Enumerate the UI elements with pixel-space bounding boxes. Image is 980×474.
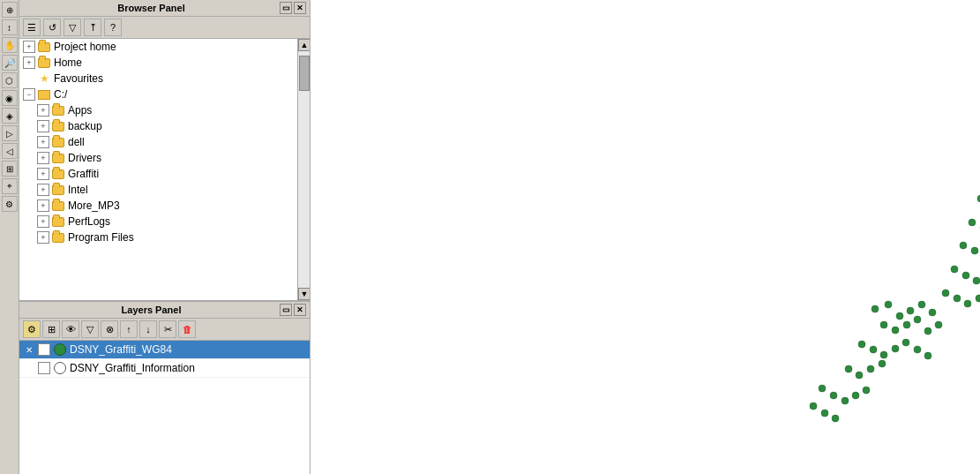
tool-icon-9[interactable]: ◁ bbox=[2, 143, 18, 159]
left-toolbar: ⊕ ↕ ✋ 🔎 ⬡ ◉ ◈ ▷ ◁ ⊞ ⌖ ⚙ bbox=[0, 0, 19, 474]
tree-item-more-mp3[interactable]: + More_MP3 bbox=[19, 198, 297, 214]
map-area[interactable] bbox=[310, 0, 980, 474]
expander-dell[interactable]: + bbox=[37, 136, 49, 148]
layers-up-btn[interactable]: ↑ bbox=[120, 320, 138, 338]
layer-item-dsny-wg84[interactable]: ✕ DSNY_Graffiti_WG84 bbox=[19, 341, 310, 359]
expander-project-home[interactable]: + bbox=[23, 41, 35, 53]
browser-refresh-btn[interactable]: ↺ bbox=[43, 19, 61, 36]
svg-point-219 bbox=[914, 316, 921, 323]
layers-settings-btn[interactable]: ⚙ bbox=[23, 320, 41, 338]
tool-icon-3[interactable]: ✋ bbox=[2, 37, 18, 53]
label-dell: dell bbox=[68, 136, 85, 148]
svg-point-222 bbox=[858, 341, 865, 348]
tool-icon-1[interactable]: ⊕ bbox=[2, 2, 18, 18]
expander-program-files[interactable]: + bbox=[37, 231, 49, 244]
scroll-up-btn[interactable]: ▲ bbox=[298, 39, 310, 51]
folder-icon-dell bbox=[51, 135, 65, 149]
tree-item-drivers[interactable]: + Drivers bbox=[19, 150, 297, 166]
layers-panel-restore[interactable]: ▭ bbox=[280, 304, 292, 316]
star-icon-favourites: ★ bbox=[37, 71, 51, 86]
tool-icon-10[interactable]: ⊞ bbox=[2, 161, 18, 177]
tool-icon-5[interactable]: ⬡ bbox=[2, 72, 18, 88]
expander-more-mp3[interactable]: + bbox=[37, 199, 49, 212]
layer-checkbox-dsny-wg84[interactable] bbox=[38, 343, 50, 356]
folder-icon-home bbox=[37, 56, 51, 70]
layers-panel-title: Layers Panel bbox=[23, 305, 280, 315]
expander-favourites bbox=[23, 72, 35, 85]
tree-item-intel[interactable]: + Intel bbox=[19, 182, 297, 198]
svg-point-241 bbox=[852, 392, 859, 399]
svg-point-199 bbox=[962, 272, 969, 279]
layers-remove-btn[interactable]: ✂ bbox=[159, 320, 176, 338]
scroll-down-btn[interactable]: ▼ bbox=[298, 288, 310, 300]
browser-panel-content: + Project home + Home ★ Favourites bbox=[19, 39, 310, 300]
browser-panel-header: Browser Panel ▭ ✕ bbox=[19, 0, 310, 17]
svg-point-168 bbox=[969, 219, 976, 226]
tree-item-program-files[interactable]: + Program Files bbox=[19, 229, 297, 245]
layers-visibility-btn[interactable]: 👁 bbox=[62, 320, 79, 338]
layers-panel-header: Layers Panel ▭ ✕ bbox=[19, 302, 310, 319]
svg-point-211 bbox=[885, 301, 892, 308]
tree-item-dell[interactable]: + dell bbox=[19, 134, 297, 150]
browser-add-btn[interactable]: ☰ bbox=[23, 19, 41, 36]
tree-item-graffiti[interactable]: + Graffiti bbox=[19, 166, 297, 182]
svg-point-256 bbox=[856, 372, 863, 379]
browser-help-btn[interactable]: ? bbox=[104, 19, 122, 36]
tree-item-favourites[interactable]: ★ Favourites bbox=[19, 71, 297, 87]
expander-home[interactable]: + bbox=[23, 56, 35, 69]
tree-item-home[interactable]: + Home bbox=[19, 55, 297, 71]
browser-tree[interactable]: + Project home + Home ★ Favourites bbox=[19, 39, 297, 300]
expander-drivers[interactable]: + bbox=[37, 152, 49, 164]
browser-collapse-btn[interactable]: ⤒ bbox=[84, 19, 101, 36]
expander-apps[interactable]: + bbox=[37, 104, 49, 117]
scroll-thumb[interactable] bbox=[299, 56, 310, 91]
tool-icon-7[interactable]: ◈ bbox=[2, 108, 18, 124]
panels-container: Browser Panel ▭ ✕ ☰ ↺ ▽ ⤒ ? + Project ho… bbox=[19, 0, 310, 474]
tool-icon-11[interactable]: ⌖ bbox=[2, 178, 18, 194]
tree-item-backup[interactable]: + backup bbox=[19, 118, 297, 134]
layer-close-dsny-wg84[interactable]: ✕ bbox=[23, 343, 35, 356]
svg-point-244 bbox=[821, 410, 828, 417]
layers-panel-close[interactable]: ✕ bbox=[294, 304, 306, 316]
layers-add-group-btn[interactable]: ⊞ bbox=[42, 320, 60, 338]
expander-backup[interactable]: + bbox=[37, 120, 49, 132]
label-favourites: Favourites bbox=[54, 72, 103, 85]
layers-down-btn[interactable]: ↓ bbox=[139, 320, 157, 338]
tree-item-perflogs[interactable]: + PerfLogs bbox=[19, 214, 297, 229]
layer-close-dsny-info[interactable] bbox=[23, 362, 35, 374]
label-program-files: Program Files bbox=[68, 231, 134, 244]
expander-intel[interactable]: + bbox=[37, 184, 49, 196]
scroll-track[interactable] bbox=[298, 51, 310, 288]
browser-filter-btn[interactable]: ▽ bbox=[64, 19, 81, 36]
label-drivers: Drivers bbox=[68, 152, 101, 164]
browser-panel-restore[interactable]: ▭ bbox=[280, 2, 292, 14]
map-canvas bbox=[310, 0, 980, 474]
folder-icon-intel bbox=[51, 183, 65, 197]
tool-icon-8[interactable]: ▷ bbox=[2, 125, 18, 141]
layers-filter-btn[interactable]: ▽ bbox=[81, 320, 99, 338]
tool-icon-12[interactable]: ⚙ bbox=[2, 196, 18, 212]
svg-point-228 bbox=[924, 352, 931, 359]
svg-point-224 bbox=[880, 351, 887, 358]
svg-point-225 bbox=[892, 345, 899, 352]
browser-panel-close[interactable]: ✕ bbox=[294, 2, 306, 14]
expander-graffiti[interactable]: + bbox=[37, 168, 49, 180]
browser-panel-controls: ▭ ✕ bbox=[280, 2, 306, 14]
tool-icon-2[interactable]: ↕ bbox=[2, 19, 18, 35]
layers-delete-btn[interactable]: 🗑 bbox=[178, 320, 196, 338]
tool-icon-6[interactable]: ◉ bbox=[2, 90, 18, 106]
svg-point-240 bbox=[842, 397, 849, 404]
layers-link-btn[interactable]: ⊗ bbox=[101, 320, 118, 338]
svg-point-226 bbox=[902, 339, 909, 346]
expander-perflogs[interactable]: + bbox=[37, 215, 49, 228]
tree-item-apps[interactable]: + Apps bbox=[19, 102, 297, 118]
svg-point-255 bbox=[845, 365, 852, 372]
tree-item-project-home[interactable]: + Project home bbox=[19, 39, 297, 55]
tool-icon-4[interactable]: 🔎 bbox=[2, 55, 18, 71]
layer-item-dsny-info[interactable]: DSNY_Graffiti_Information bbox=[19, 359, 310, 378]
svg-point-215 bbox=[929, 309, 936, 316]
layer-checkbox-dsny-info[interactable] bbox=[38, 362, 50, 374]
tree-item-c-drive[interactable]: − C:/ bbox=[19, 87, 297, 102]
expander-c-drive[interactable]: − bbox=[23, 88, 35, 101]
svg-point-257 bbox=[867, 365, 874, 372]
